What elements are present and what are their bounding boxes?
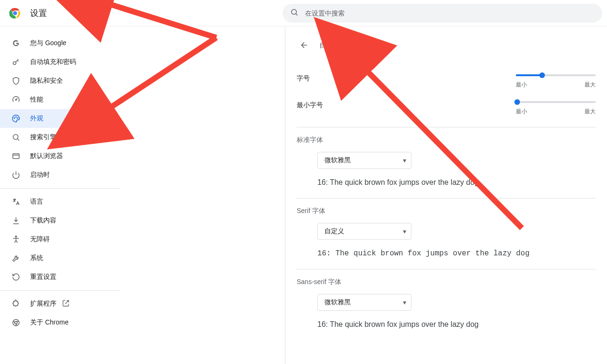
serif-font-preview: 16: The quick brown fox jumps over the l… (317, 249, 596, 258)
standard-font-preview: 16: The quick brown fox jumps over the l… (317, 178, 596, 187)
page-title: 设置 (30, 8, 47, 19)
svg-line-11 (17, 139, 19, 140)
slider-max-label: 最大 (584, 81, 596, 89)
search-icon (11, 133, 21, 142)
svg-point-8 (16, 117, 16, 118)
open-in-new-icon (62, 300, 70, 309)
sidebar-item-extensions[interactable]: 扩展程序 (0, 294, 115, 313)
search-input[interactable] (304, 9, 595, 17)
min-font-size-slider[interactable]: 最小 最大 (516, 101, 596, 116)
sidebar-item-system[interactable]: 系统 (0, 249, 115, 268)
key-icon (11, 58, 21, 66)
sidebar-item-autofill[interactable]: 自动填充和密码 (0, 53, 115, 71)
wrench-icon (11, 254, 21, 262)
sidebar-item-about[interactable]: 关于 Chrome (0, 313, 115, 332)
sidebar-item-label: 自动填充和密码 (30, 58, 76, 66)
content: 自定义字体 字号 最小 最大 (285, 26, 607, 364)
sans-font-preview: 16: The quick brown fox jumps over the l… (317, 320, 596, 329)
reset-icon (11, 273, 21, 281)
header: 设置 (0, 0, 607, 26)
translate-icon (11, 198, 21, 206)
extension-icon (11, 300, 21, 308)
svg-point-6 (16, 99, 16, 100)
chevron-down-icon: ▾ (403, 157, 406, 164)
font-size-label: 字号 (297, 74, 310, 83)
divider (0, 188, 120, 189)
sidebar-item-languages[interactable]: 语言 (0, 192, 115, 211)
sidebar-item-downloads[interactable]: 下载内容 (0, 211, 115, 230)
power-icon (11, 171, 21, 179)
search-bar[interactable] (283, 4, 602, 23)
svg-point-3 (292, 9, 297, 15)
sidebar-item-label: 无障碍 (30, 235, 50, 244)
serif-font-dropdown[interactable]: 自定义 ▾ (317, 223, 411, 240)
slider-min-label: 最小 (516, 108, 527, 116)
sans-font-dropdown[interactable]: 微软雅黑 ▾ (317, 294, 411, 311)
divider (0, 290, 120, 291)
sidebar-item-on-startup[interactable]: 启动时 (0, 166, 115, 184)
svg-point-9 (17, 118, 18, 119)
back-button[interactable] (297, 38, 312, 53)
sidebar-item-privacy[interactable]: 隐私和安全 (0, 71, 115, 90)
sidebar-item-label: 性能 (30, 95, 43, 104)
sidebar-item-performance[interactable]: 性能 (0, 90, 115, 109)
sidebar-item-label: 默认浏览器 (30, 152, 63, 160)
sidebar-item-label: 语言 (30, 198, 43, 206)
chrome-logo-icon (9, 8, 21, 19)
sidebar-item-search-engine[interactable]: 搜索引擎 (0, 128, 115, 147)
chrome-icon (11, 318, 21, 327)
sidebar-item-accessibility[interactable]: 无障碍 (0, 230, 115, 249)
browser-icon (11, 152, 21, 160)
sidebar-item-label: 启动时 (30, 171, 50, 179)
sidebar-item-label: 重置设置 (30, 273, 56, 281)
sidebar-item-appearance[interactable]: 外观 (0, 109, 115, 128)
sidebar-item-label: 搜索引擎 (30, 133, 56, 142)
sidebar-item-label: 下载内容 (30, 216, 56, 225)
min-font-size-label: 最小字号 (297, 101, 323, 110)
slider-max-label: 最大 (584, 108, 596, 116)
sans-font-title: Sans-serif 字体 (297, 278, 596, 286)
palette-icon (11, 114, 21, 123)
svg-rect-12 (13, 154, 19, 159)
svg-line-4 (296, 14, 297, 15)
content-title: 自定义字体 (319, 41, 355, 50)
accessibility-icon (11, 235, 21, 244)
sidebar-item-you-and-google[interactable]: 您与 Google (0, 34, 115, 53)
content-header: 自定义字体 (297, 34, 596, 56)
slider-min-label: 最小 (516, 81, 527, 89)
google-g-icon (11, 39, 21, 47)
chevron-down-icon: ▾ (403, 299, 406, 306)
sidebar-item-label: 关于 Chrome (30, 318, 69, 327)
svg-point-5 (13, 62, 16, 64)
chevron-down-icon: ▾ (403, 228, 406, 235)
sidebar-item-label: 隐私和安全 (30, 77, 63, 85)
font-size-slider[interactable]: 最小 最大 (516, 74, 596, 89)
sidebar: 您与 Google 自动填充和密码 隐私和安全 性能 外观 (0, 26, 120, 364)
standard-font-title: 标准字体 (297, 136, 596, 144)
dropdown-value: 微软雅黑 (324, 156, 351, 165)
sidebar-item-label: 系统 (30, 254, 43, 262)
serif-font-title: Serif 字体 (297, 207, 596, 215)
sidebar-item-reset[interactable]: 重置设置 (0, 268, 115, 286)
dropdown-value: 自定义 (324, 227, 344, 236)
download-icon (11, 216, 21, 225)
speedometer-icon (11, 95, 21, 104)
standard-font-dropdown[interactable]: 微软雅黑 ▾ (317, 152, 411, 169)
shield-icon (11, 77, 21, 85)
dropdown-value: 微软雅黑 (324, 298, 351, 307)
search-icon (290, 8, 299, 18)
svg-point-7 (14, 118, 15, 119)
svg-point-2 (13, 11, 17, 15)
sidebar-item-default-browser[interactable]: 默认浏览器 (0, 147, 115, 166)
sidebar-item-label: 外观 (30, 114, 43, 123)
svg-point-10 (13, 135, 18, 140)
svg-point-14 (16, 236, 17, 237)
sidebar-item-label: 您与 Google (30, 39, 66, 47)
sidebar-item-label: 扩展程序 (30, 300, 56, 308)
